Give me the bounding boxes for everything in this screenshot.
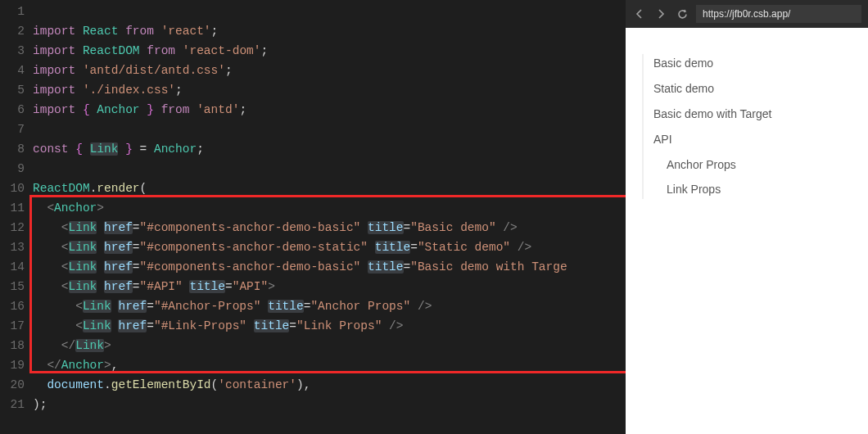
code-line[interactable]: <Link href="#components-anchor-demo-basi… bbox=[33, 257, 626, 277]
anchor-component: Basic demoStatic demoBasic demo with Tar… bbox=[642, 51, 868, 202]
code-line[interactable]: </Anchor>, bbox=[33, 355, 626, 375]
code-line[interactable]: import './index.css'; bbox=[33, 80, 626, 100]
line-gutter: 123456789101112131415161718192021 bbox=[0, 0, 25, 414]
code-line[interactable]: ReactDOM.render( bbox=[33, 179, 626, 198]
code-line[interactable]: <Anchor> bbox=[33, 198, 626, 218]
url-bar[interactable]: https://jfb0r.csb.app/ bbox=[696, 5, 861, 23]
anchor-link[interactable]: Basic demo with Target bbox=[653, 102, 868, 127]
anchor-link[interactable]: Basic demo bbox=[653, 51, 868, 76]
preview-pane: https://jfb0r.csb.app/ Basic demoStatic … bbox=[626, 0, 868, 434]
code-line[interactable]: <Link href="#Link-Props" title="Link Pro… bbox=[33, 316, 626, 336]
code-line[interactable]: document.getElementById('container'), bbox=[33, 375, 626, 395]
anchor-link[interactable]: Anchor Props bbox=[653, 152, 868, 178]
code-line[interactable]: <Link href="#Anchor-Props" title="Anchor… bbox=[33, 296, 626, 316]
code-editor[interactable]: 123456789101112131415161718192021 import… bbox=[0, 0, 626, 434]
preview-document: Basic demoStatic demoBasic demo with Tar… bbox=[626, 28, 868, 434]
reload-button[interactable] bbox=[675, 7, 689, 21]
url-text: https://jfb0r.csb.app/ bbox=[703, 8, 790, 20]
browser-bar: https://jfb0r.csb.app/ bbox=[626, 0, 868, 28]
code-line[interactable]: import { Anchor } from 'antd'; bbox=[33, 100, 626, 120]
code-line[interactable] bbox=[33, 120, 626, 139]
code-line[interactable]: import 'antd/dist/antd.css'; bbox=[33, 61, 626, 80]
anchor-link[interactable]: API bbox=[653, 127, 868, 152]
anchor-link[interactable]: Static demo bbox=[653, 76, 868, 102]
code-line[interactable]: <Link href="#API" title="API"> bbox=[33, 277, 626, 296]
nav-back-button[interactable] bbox=[632, 7, 647, 21]
code-line[interactable]: const { Link } = Anchor; bbox=[33, 139, 626, 159]
code-line[interactable]: ); bbox=[33, 395, 626, 414]
code-line[interactable]: <Link href="#components-anchor-demo-stat… bbox=[33, 237, 626, 257]
code-area[interactable]: import React from 'react';import ReactDO… bbox=[33, 0, 626, 414]
code-line[interactable]: </Link> bbox=[33, 336, 626, 355]
code-line[interactable]: <Link href="#components-anchor-demo-basi… bbox=[33, 218, 626, 237]
code-line[interactable] bbox=[33, 159, 626, 179]
anchor-link[interactable]: Link Props bbox=[653, 177, 868, 202]
nav-forward-button[interactable] bbox=[653, 7, 668, 21]
code-line[interactable]: import React from 'react'; bbox=[33, 21, 626, 41]
code-line[interactable] bbox=[33, 2, 626, 21]
code-line[interactable]: import ReactDOM from 'react-dom'; bbox=[33, 41, 626, 61]
